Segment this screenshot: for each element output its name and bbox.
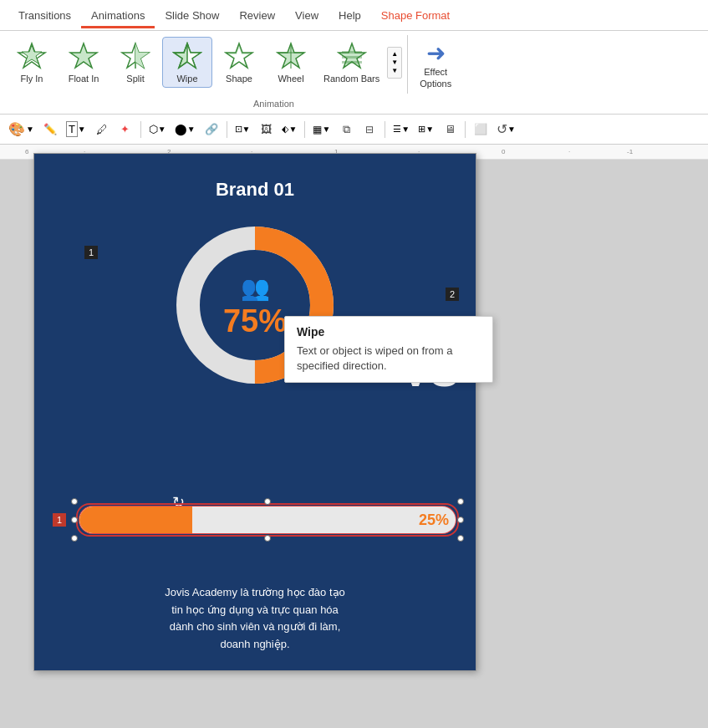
fly-in-icon xyxy=(17,41,47,71)
float-in-icon xyxy=(69,41,99,71)
shape-label: Shape xyxy=(226,74,252,84)
animation-wheel[interactable]: Wheel xyxy=(266,37,316,88)
tooltip-title: Wipe xyxy=(297,325,481,339)
menu-transitions[interactable]: Transitions xyxy=(8,3,81,28)
handle-tc xyxy=(264,498,271,505)
handle-tl xyxy=(71,498,78,505)
effect-options-label: EffectOptions xyxy=(420,67,451,89)
crop-dropdown[interactable]: ⊡ ▼ xyxy=(232,121,254,137)
svg-rect-17 xyxy=(342,51,362,53)
handle-tr xyxy=(457,498,464,505)
progress-badge: 1 xyxy=(53,513,66,527)
effect-options-arrow-icon: ➜ xyxy=(426,42,446,65)
menu-shape-format[interactable]: Shape Format xyxy=(371,3,460,28)
ribbon: Fly In Float In Split xyxy=(0,31,708,115)
donut-percent: 75% xyxy=(223,305,287,337)
menu-bar: Transitions Animations Slide Show Review… xyxy=(0,0,708,31)
eraser-btn[interactable]: ✦ xyxy=(115,120,136,140)
handle-mr xyxy=(457,517,464,523)
shape-dropdown[interactable]: ⬡ ▼ xyxy=(145,120,170,138)
menu-help[interactable]: Help xyxy=(329,3,371,28)
svg-marker-2 xyxy=(70,43,97,68)
ribbon-group-animation-label: Animation xyxy=(253,99,294,109)
brand-title: Brand 01 xyxy=(34,179,476,201)
ribbon-scroll[interactable]: ▲ ▼ ▼ xyxy=(387,47,402,79)
highlighter-btn[interactable]: 🖊 xyxy=(91,120,113,140)
text-format-dropdown[interactable]: T ▼ xyxy=(63,119,89,140)
animation-wipe[interactable]: Wipe xyxy=(162,37,212,88)
more-btn[interactable]: ↺ ▼ xyxy=(493,119,519,140)
image-btn[interactable]: 🖼 xyxy=(255,120,277,140)
animation-split[interactable]: Split xyxy=(110,37,160,88)
text-box-dropdown[interactable]: ☰ ▼ xyxy=(390,121,413,137)
scroll-down-icon[interactable]: ▼ xyxy=(390,59,399,66)
menu-slideshow[interactable]: Slide Show xyxy=(155,3,229,28)
svg-rect-19 xyxy=(342,61,362,64)
slide-bottom-text-line1: Jovis Academy là trường học đào tạo xyxy=(165,584,345,602)
align-btn[interactable]: ⊟ xyxy=(359,120,380,140)
dropdown-icon[interactable]: ▼ xyxy=(390,68,399,74)
tooltip-description: Text or object is wiped on from a specif… xyxy=(297,344,481,374)
shape-icon xyxy=(224,41,254,71)
arrange-dropdown[interactable]: ⬤ ▼ xyxy=(171,120,199,138)
wipe-tooltip: Wipe Text or object is wiped on from a s… xyxy=(284,316,493,383)
slide-bottom-text-line2: tin học ứng dụng và trực quan hóa xyxy=(165,602,345,619)
slide-bottom-text-line4: doanh nghiệp. xyxy=(165,636,345,654)
svg-marker-16 xyxy=(339,43,365,68)
handle-br xyxy=(457,535,464,542)
animation-shape[interactable]: Shape xyxy=(214,37,264,88)
link-btn[interactable]: 🔗 xyxy=(201,120,222,140)
menu-animations[interactable]: Animations xyxy=(81,3,155,28)
size-dropdown[interactable]: ⊞ ▼ xyxy=(415,121,437,137)
layers-btn[interactable]: ⧉ xyxy=(335,120,357,140)
table-dropdown[interactable]: ▦ ▼ xyxy=(309,121,334,138)
random-bars-icon xyxy=(337,41,367,71)
svg-marker-1 xyxy=(22,45,42,64)
handle-ml xyxy=(71,517,78,523)
slide[interactable]: Brand 01 1 2 👥 75% xyxy=(33,153,476,671)
donut-center-icon: 👥 xyxy=(223,274,287,302)
menu-view[interactable]: View xyxy=(285,3,329,28)
wheel-label: Wheel xyxy=(278,74,303,84)
progress-section: 1 xyxy=(76,503,459,537)
toolbar-row: 🎨 ▼ ✏️ T ▼ 🖊 ✦ ⬡ ▼ ⬤ ▼ 🔗 ⊡ ▼ 🖼 ⬖ ▼ ▦ ▼ ⧉… xyxy=(0,115,708,145)
handle-bl xyxy=(71,535,78,542)
svg-rect-18 xyxy=(342,56,362,59)
random-bars-label: Random Bars xyxy=(323,74,379,84)
menu-review[interactable]: Review xyxy=(229,3,285,28)
wheel-icon xyxy=(276,41,306,71)
animation-float-in[interactable]: Float In xyxy=(59,37,109,88)
progress-bar-fill xyxy=(79,507,192,533)
effect-options-button[interactable]: ➜ EffectOptions xyxy=(413,38,458,105)
pen-tool-btn[interactable]: ✏️ xyxy=(39,120,61,140)
wipe-label: Wipe xyxy=(176,74,197,84)
shape-fill-btn[interactable]: ⬜ xyxy=(470,120,492,140)
progress-bar xyxy=(79,507,456,533)
handle-bc xyxy=(264,535,271,542)
wipe-icon xyxy=(172,41,202,71)
fill-color-dropdown[interactable]: 🎨 ▼ xyxy=(5,119,38,140)
progress-percent: 25% xyxy=(419,512,449,529)
split-label: Split xyxy=(126,74,144,84)
fly-in-label: Fly In xyxy=(21,74,43,84)
svg-marker-5 xyxy=(135,43,149,68)
split-icon xyxy=(120,41,150,71)
slide-bottom-text-line3: dành cho sinh viên và người đi làm, xyxy=(165,619,345,636)
monitor-btn[interactable]: 🖥 xyxy=(439,120,461,140)
slide-badge-2: 2 xyxy=(446,288,459,301)
animation-fly-in[interactable]: Fly In xyxy=(7,37,57,88)
slide-badge-1: 1 xyxy=(84,246,98,259)
float-in-label: Float In xyxy=(69,74,99,84)
animation-random-bars[interactable]: Random Bars xyxy=(318,37,385,88)
scroll-up-icon[interactable]: ▲ xyxy=(390,51,399,58)
merge-shapes-dropdown[interactable]: ⬖ ▼ xyxy=(278,121,300,137)
slide-bottom-text: Jovis Academy là trường học đào tạo tin … xyxy=(165,584,345,654)
